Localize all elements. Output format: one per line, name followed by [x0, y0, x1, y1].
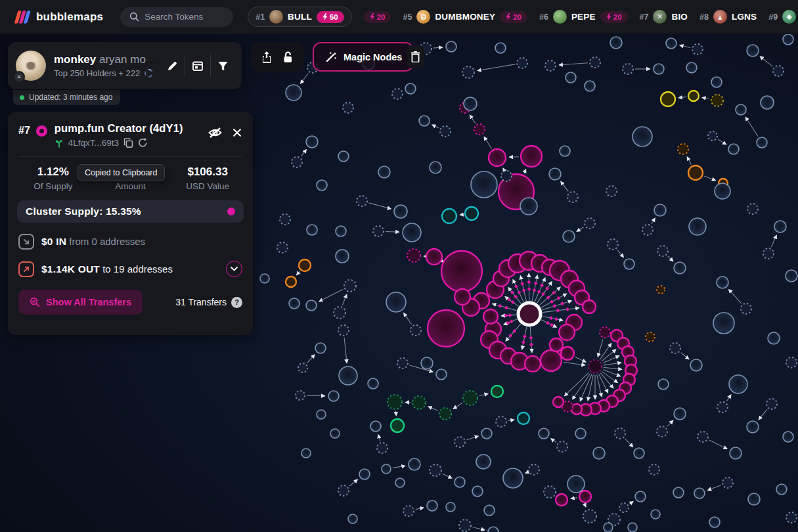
wallet-bubble[interactable]: [783, 34, 793, 45]
wallet-bubble[interactable]: [689, 218, 706, 235]
wallet-bubble[interactable]: [768, 332, 780, 344]
wallet-bubble[interactable]: [436, 369, 447, 380]
wallet-bubble[interactable]: [517, 58, 527, 68]
wallet-bubble[interactable]: [539, 428, 549, 439]
wallet-bubble[interactable]: [412, 396, 426, 409]
wallet-bubble[interactable]: [368, 378, 378, 389]
wallet-bubble[interactable]: [501, 171, 512, 181]
wallet-bubble[interactable]: [307, 225, 317, 235]
wallet-bubble[interactable]: [330, 429, 340, 438]
wallet-bubble[interactable]: [658, 379, 669, 389]
wallet-bubble[interactable]: [471, 171, 497, 198]
wallet-bubble[interactable]: [410, 325, 421, 336]
wallet-bubble[interactable]: [606, 186, 617, 196]
wallet-bubble[interactable]: [654, 64, 664, 74]
wallet-bubble[interactable]: [520, 198, 537, 215]
wallet-bubble[interactable]: [642, 225, 653, 235]
wallet-bubble[interactable]: [377, 443, 388, 453]
wallet-bubble[interactable]: [541, 350, 562, 371]
wallet-bubble[interactable]: [525, 356, 541, 372]
wallet-bubble[interactable]: [651, 510, 660, 519]
wallet-bubble[interactable]: [565, 72, 576, 83]
wallet-bubble[interactable]: [600, 327, 610, 338]
wallet-bubble[interactable]: [722, 477, 733, 488]
wallet-bubble[interactable]: [426, 249, 442, 265]
wallet-bubble[interactable]: [635, 491, 646, 502]
wallet-bubble[interactable]: [615, 428, 625, 439]
wallet-bubble[interactable]: [567, 476, 585, 493]
wallet-bubble[interactable]: [688, 166, 703, 180]
wallet-bubble[interactable]: [776, 484, 787, 495]
ticker-token[interactable]: #5ĐDUMBMONEY20: [403, 10, 527, 24]
wallet-bubble[interactable]: [593, 447, 605, 459]
wallet-bubble[interactable]: [464, 97, 477, 110]
wallet-bubble[interactable]: [409, 458, 420, 470]
wallet-bubble[interactable]: [338, 325, 349, 336]
close-icon[interactable]: [232, 127, 242, 138]
wallet-bubble[interactable]: [454, 437, 465, 447]
open-explorer-icon[interactable]: [138, 138, 148, 148]
wallet-bubble[interactable]: [730, 447, 742, 459]
wallet-bubble[interactable]: [397, 358, 408, 368]
magic-nodes-button[interactable]: Magic Nodes: [313, 42, 414, 72]
wallet-bubble[interactable]: [553, 397, 564, 407]
wallet-bubble[interactable]: [608, 239, 618, 250]
wallet-bubble[interactable]: [357, 196, 367, 206]
wallet-bubble[interactable]: [292, 157, 302, 167]
wallet-bubble[interactable]: [394, 205, 407, 218]
wallet-bubble[interactable]: [585, 218, 595, 229]
wallet-bubble[interactable]: [277, 242, 288, 253]
wallet-bubble[interactable]: [474, 124, 485, 135]
wallet-bubble[interactable]: [301, 449, 311, 458]
ticker-token[interactable]: #7✕BIO: [640, 10, 688, 24]
wallet-bubble[interactable]: [465, 207, 478, 220]
wallet-bubble[interactable]: [472, 486, 483, 497]
wallet-bubble[interactable]: [670, 343, 680, 353]
wallet-bubble[interactable]: [315, 343, 326, 353]
wallet-bubble[interactable]: [783, 432, 793, 442]
wallet-bubble[interactable]: [585, 81, 595, 91]
wallet-bubble[interactable]: [786, 270, 797, 282]
wallet-bubble[interactable]: [405, 83, 416, 94]
wallet-bubble[interactable]: [709, 517, 720, 527]
wallet-bubble[interactable]: [674, 408, 686, 420]
wallet-bubble[interactable]: [571, 404, 582, 414]
wallet-bubble[interactable]: [338, 151, 349, 162]
wallet-bubble[interactable]: [317, 180, 327, 190]
wallet-bubble[interactable]: [717, 402, 728, 412]
wallet-bubble[interactable]: [673, 487, 684, 498]
wallet-bubble[interactable]: [646, 332, 655, 342]
wallet-bubble[interactable]: [588, 360, 602, 373]
wallet-bubble[interactable]: [392, 89, 403, 99]
wallet-bubble[interactable]: [489, 149, 506, 166]
wallet-bubble[interactable]: [373, 226, 384, 236]
wallet-bubble[interactable]: [306, 300, 317, 311]
wallet-bubble[interactable]: [766, 399, 777, 409]
wallet-bubble[interactable]: [623, 64, 633, 74]
wallet-bubble[interactable]: [690, 359, 702, 371]
wallet-bubble[interactable]: [343, 102, 353, 113]
filter-button[interactable]: [211, 60, 235, 72]
wallet-bubble[interactable]: [583, 300, 596, 313]
wallet-bubble[interactable]: [654, 204, 666, 216]
wallet-bubble[interactable]: [260, 274, 269, 283]
wallet-bubble[interactable]: [575, 428, 586, 439]
wallet-bubble[interactable]: [359, 469, 370, 479]
wallet-bubble[interactable]: [454, 477, 465, 487]
wallet-bubble[interactable]: [348, 514, 357, 523]
wallet-bubble[interactable]: [403, 506, 414, 516]
wallet-bubble[interactable]: [439, 408, 451, 420]
wallet-bubble[interactable]: [694, 488, 705, 499]
ticker-token[interactable]: #1BULL50: [248, 7, 352, 27]
wallet-bubble[interactable]: [561, 347, 574, 360]
wallet-bubble[interactable]: [550, 338, 563, 351]
wallet-bubble[interactable]: [590, 57, 600, 68]
search-input[interactable]: Search Tokens: [120, 7, 233, 27]
wallet-bubble[interactable]: [624, 259, 634, 269]
wallet-bubble[interactable]: [286, 85, 301, 100]
wallet-bubble[interactable]: [338, 485, 349, 496]
wallet-bubble[interactable]: [481, 428, 492, 439]
wallet-bubble[interactable]: [747, 421, 759, 433]
ticker-token[interactable]: #8▲LGNS: [699, 10, 757, 24]
wallet-bubble[interactable]: [521, 146, 542, 167]
